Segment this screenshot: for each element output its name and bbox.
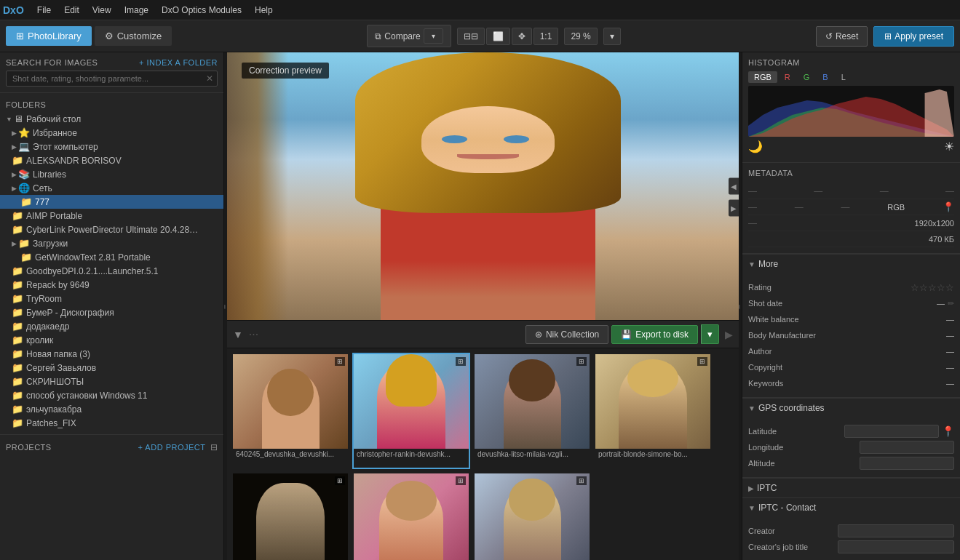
altitude-input[interactable] — [860, 457, 954, 470]
toolbar-left: ⊞ PhotoLibrary ⚙ Customize — [6, 26, 172, 46]
gps-map-icon[interactable]: 📍 — [942, 425, 954, 437]
thumbnail-item-6[interactable]: tmb_126034_6621.jpg ⊞ — [352, 472, 470, 560]
customize-tab[interactable]: ⚙ Customize — [95, 26, 172, 46]
folder-item-thispc[interactable]: ▶ 💻 Этот компьютер — [0, 140, 223, 153]
menu-help[interactable]: Help — [249, 4, 279, 17]
menu-image[interactable]: Image — [119, 4, 154, 17]
metadata-section: METADATA — — — — — — — RGB 📍 — 1920x1200… — [742, 163, 960, 254]
menu-file[interactable]: File — [31, 4, 57, 17]
star-rating[interactable]: ☆☆☆☆☆ — [911, 282, 954, 293]
single-view-button[interactable]: ⬜ — [486, 28, 510, 45]
folder-item-desktop[interactable]: ▼ 🖥 Рабочий стол — [0, 112, 223, 126]
longitude-input[interactable] — [860, 441, 954, 454]
folder-item-777[interactable]: 📁 777 — [0, 195, 223, 209]
more-options-icon[interactable]: ··· — [249, 328, 258, 341]
folder-item-bumer[interactable]: 📁 БумеР - Дискография — [0, 305, 223, 319]
thumbnail-item-5[interactable]: starye-fotografii-i-krasavicy... ⊞ — [231, 472, 349, 560]
menu-optics[interactable]: DxO Optics Modules — [156, 4, 247, 17]
folder-icon: 📁 — [12, 335, 23, 345]
shot-date-value: — — [937, 299, 945, 308]
histogram-canvas — [748, 86, 954, 137]
creator-label: Creator — [748, 527, 775, 535]
iptc-contact-section-toggle[interactable]: ▼ IPTC - Contact — [742, 497, 960, 517]
reset-button[interactable]: ↺ Reset — [816, 26, 868, 47]
thumbnail-item-2[interactable]: christopher-rankin-devushk... ⊞ — [352, 353, 470, 469]
folder-item-tryroom[interactable]: 📁 TryRoom — [0, 292, 223, 305]
folder-item-novaya[interactable]: 📁 Новая папка (3) — [0, 347, 223, 361]
thumb-badge-2: ⊞ — [456, 357, 466, 366]
folder-item-getwindowtext[interactable]: 📁 GetWindowText 2.81 Portable — [0, 250, 223, 264]
photo-library-tab[interactable]: ⊞ PhotoLibrary — [6, 26, 92, 46]
thumbnail-scroll[interactable]: 640245_devushka_devushki... ⊞ christophe… — [227, 348, 739, 560]
thumbnail-item-1[interactable]: 640245_devushka_devushki... ⊞ — [231, 353, 349, 469]
folder-icon: 📁 — [12, 390, 23, 401]
folder-item-krolik[interactable]: 📁 кролик — [0, 333, 223, 347]
folder-item-aleksandr[interactable]: 📁 ALEKSANDR BORISOV — [0, 153, 223, 167]
move-tool-button[interactable]: ✥ — [512, 28, 532, 45]
folder-item-windows11[interactable]: 📁 способ установки Windows 11 — [0, 388, 223, 402]
folders-header: FOLDERS — [0, 97, 223, 112]
thumbnail-item-3[interactable]: devushka-litso-milaia-vzgli... ⊞ — [473, 353, 591, 469]
thumbnail-more-icon[interactable]: ▶ — [725, 329, 733, 340]
thumbnail-item-7[interactable]: vzgliad-devushka-blondink... ⊞ — [473, 472, 591, 560]
white-balance-label: White balance — [748, 315, 799, 324]
gps-section-toggle[interactable]: ▼ GPS coordinates — [742, 398, 960, 417]
folder-item-repack[interactable]: 📁 Repack by 9649 — [0, 278, 223, 292]
folder-item-favorites[interactable]: ▶ ⭐ Избранное — [0, 126, 223, 140]
index-folder-link[interactable]: + Index a folder — [139, 58, 218, 67]
folder-item-libraries[interactable]: ▶ 📚 Libraries — [0, 167, 223, 181]
copyright-value: — — [946, 363, 954, 372]
gps-marker-icon[interactable]: 📍 — [943, 201, 954, 212]
folder-item-patches[interactable]: 📁 Patches_FIX — [0, 416, 223, 430]
toolbar-right: ↺ Reset ⊞ Apply preset — [816, 26, 954, 47]
zoom-1to1-button[interactable]: 1:1 — [533, 28, 559, 45]
folder-icon: 📁 — [12, 404, 23, 415]
folder-icon: 📁 — [20, 252, 32, 263]
search-input[interactable] — [6, 71, 218, 87]
projects-menu-icon[interactable]: ⊟ — [210, 442, 218, 452]
folder-item-sergey[interactable]: 📁 Сергей Завьялов — [0, 361, 223, 375]
folder-item-dodakaedr[interactable]: 📁 додакаедр — [0, 319, 223, 333]
compare-button[interactable]: ⧉ Compare ▾ — [367, 25, 451, 47]
right-panel-divider[interactable]: ··· — [739, 52, 742, 560]
creator-input[interactable] — [838, 524, 954, 537]
hist-tab-l[interactable]: L — [836, 71, 852, 83]
toolbar-center: ⧉ Compare ▾ ⊟⊟ ⬜ ✥ 1:1 29 % ▾ — [367, 25, 620, 47]
search-clear-icon[interactable]: ✕ — [206, 73, 213, 84]
export-dropdown-button[interactable]: ▾ — [701, 324, 719, 344]
iptc-contact-title: IPTC - Contact — [758, 503, 816, 513]
hist-tab-b[interactable]: B — [817, 71, 833, 83]
iptc-row-job-title: Creator's job title — [748, 539, 954, 555]
hist-tab-rgb[interactable]: RGB — [748, 71, 777, 83]
more-section-toggle[interactable]: ▼ More — [742, 254, 960, 273]
more-row-shotdate: Shot date — ✏ — [748, 295, 954, 311]
panel-expand-button[interactable]: ▶ — [729, 200, 739, 217]
hist-tab-g[interactable]: G — [798, 71, 816, 83]
latitude-input[interactable] — [844, 425, 939, 438]
folder-item-goodbyedpi[interactable]: 📁 GoodbyeDPI.0.2.1....Launcher.5.1 — [0, 264, 223, 278]
grid-view-button[interactable]: ⊟⊟ — [457, 28, 485, 45]
folder-item-aimp[interactable]: 📁 AIMP Portable — [0, 209, 223, 223]
thumbnail-item-4[interactable]: portrait-blonde-simone-bo... ⊞ — [594, 353, 712, 469]
add-project-link[interactable]: + Add project — [138, 443, 206, 452]
folder-item-network[interactable]: ▶ 🌐 Сеть — [0, 181, 223, 195]
iptc-section-toggle[interactable]: ▶ IPTC — [742, 478, 960, 497]
edit-icon[interactable]: ✏ — [948, 299, 954, 308]
creators-job-title-input[interactable] — [838, 540, 954, 553]
menu-view[interactable]: View — [87, 4, 117, 17]
zoom-dropdown-button[interactable]: ▾ — [603, 28, 621, 45]
toolbar: ⊞ PhotoLibrary ⚙ Customize ⧉ Compare ▾ ⊟… — [0, 20, 960, 52]
filter-icon[interactable]: ▼ — [233, 329, 243, 340]
export-to-disk-button[interactable]: 💾 Export to disk — [611, 325, 698, 344]
menu-edit[interactable]: Edit — [58, 4, 85, 17]
panel-collapse-button[interactable]: ◀ — [729, 178, 739, 195]
nik-collection-button[interactable]: ⊛ Nik Collection — [525, 325, 608, 344]
folder-item-downloads[interactable]: ▶ 📁 Загрузки — [0, 236, 223, 250]
folder-item-elchupak[interactable]: 📁 эльчупакабра — [0, 402, 223, 416]
meta-resolution: 1920x1200 — [915, 219, 954, 228]
metadata-row-1: — — — — — [748, 183, 954, 199]
folder-item-screenshots[interactable]: 📁 СКРИНШОТЫ — [0, 375, 223, 388]
apply-preset-button[interactable]: ⊞ Apply preset — [873, 26, 954, 47]
hist-tab-r[interactable]: R — [779, 71, 796, 83]
folder-item-cyberlink[interactable]: 📁 CyberLink PowerDirector Ultimate 20.4.… — [0, 223, 223, 236]
